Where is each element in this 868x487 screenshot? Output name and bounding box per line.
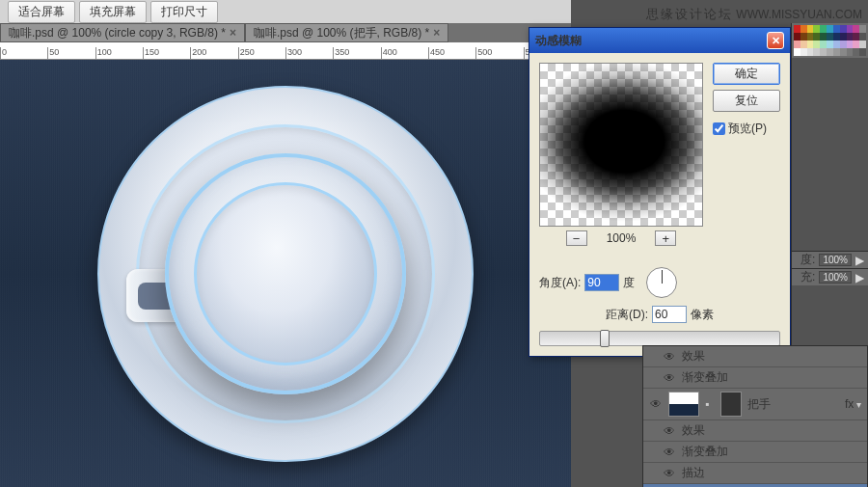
link-icon: ▪: [705, 397, 715, 411]
swatch[interactable]: [820, 25, 827, 33]
zoom-level: 100%: [607, 231, 637, 245]
zoom-in-button[interactable]: +: [655, 230, 676, 246]
tab-label: 咖啡.psd @ 100% (把手, RGB/8) *: [254, 25, 429, 41]
swatch[interactable]: [813, 33, 820, 41]
opacity-row[interactable]: 度: 100% ▶: [792, 251, 868, 268]
swatch[interactable]: [800, 25, 807, 33]
angle-input[interactable]: [584, 274, 619, 291]
swatch[interactable]: [807, 25, 814, 33]
swatch[interactable]: [833, 41, 840, 48]
swatch[interactable]: [833, 25, 840, 33]
swatch[interactable]: [853, 33, 859, 41]
visibility-icon[interactable]: 👁: [649, 397, 663, 411]
fit-screen-button[interactable]: 适合屏幕: [8, 1, 75, 23]
preview-checkbox[interactable]: 预览(P): [713, 121, 780, 137]
preview-checkbox-input[interactable]: [713, 122, 725, 135]
layer-effect-row[interactable]: 👁 效果: [643, 346, 867, 367]
close-icon[interactable]: ×: [230, 26, 236, 40]
motion-blur-dialog: 动感模糊 ✕ − 100% + 确定 复位 预览(P) 角度(A): 度: [529, 27, 791, 357]
swatch[interactable]: [859, 41, 866, 48]
document-tab-2[interactable]: 咖啡.psd @ 100% (把手, RGB/8) * ×: [245, 23, 448, 42]
layer-gradient-overlay-row[interactable]: 👁 渐变叠加: [643, 442, 867, 463]
swatch[interactable]: [800, 48, 807, 56]
swatch[interactable]: [840, 41, 847, 48]
swatch[interactable]: [840, 33, 847, 41]
layer-name[interactable]: 把手: [747, 396, 771, 413]
dialog-titlebar[interactable]: 动感模糊 ✕: [529, 28, 790, 53]
layer-effect-row[interactable]: 👁 效果: [643, 420, 867, 442]
distance-slider[interactable]: [539, 331, 780, 346]
swatch[interactable]: [847, 48, 854, 56]
preview-checkbox-label: 预览(P): [728, 121, 767, 137]
swatch[interactable]: [820, 48, 827, 56]
swatch[interactable]: [859, 33, 866, 41]
swatch[interactable]: [840, 25, 847, 33]
swatch[interactable]: [813, 48, 820, 56]
swatch[interactable]: [794, 33, 800, 41]
fill-screen-button[interactable]: 填充屏幕: [79, 1, 147, 23]
swatch[interactable]: [859, 48, 866, 56]
swatch[interactable]: [794, 41, 800, 48]
layer-gradient-overlay-row[interactable]: 👁 渐变叠加: [643, 367, 867, 389]
layer-stroke-row[interactable]: 👁 描边: [643, 463, 867, 484]
swatch[interactable]: [820, 33, 827, 41]
layers-panel: 👁 效果 👁 渐变叠加 👁 ▪ 把手 fx ▾ 👁 效果 👁 渐变叠加 👁 描边…: [642, 345, 868, 487]
filter-preview[interactable]: [539, 63, 703, 227]
swatch[interactable]: [807, 48, 814, 56]
swatch[interactable]: [853, 48, 859, 56]
swatch[interactable]: [807, 33, 814, 41]
layer-handle[interactable]: 👁 ▪ 把手 fx ▾: [643, 389, 867, 420]
swatches-panel[interactable]: [792, 23, 868, 58]
dialog-title-text: 动感模糊: [535, 33, 582, 49]
visibility-icon[interactable]: 👁: [663, 467, 676, 480]
swatch[interactable]: [827, 25, 833, 33]
visibility-icon[interactable]: 👁: [663, 371, 676, 385]
print-size-button[interactable]: 打印尺寸: [150, 1, 218, 23]
tab-label: 咖啡.psd @ 100% (circle copy 3, RGB/8) *: [9, 25, 226, 41]
close-button[interactable]: ✕: [767, 32, 784, 49]
canvas[interactable]: [0, 60, 571, 487]
swatch[interactable]: [853, 41, 859, 48]
swatch[interactable]: [840, 48, 847, 56]
document-tab-1[interactable]: 咖啡.psd @ 100% (circle copy 3, RGB/8) * ×: [0, 23, 245, 42]
visibility-icon[interactable]: 👁: [663, 446, 676, 459]
angle-dial[interactable]: [646, 267, 677, 298]
distance-input[interactable]: [652, 306, 687, 323]
distance-unit: 像素: [691, 307, 714, 323]
swatch[interactable]: [807, 41, 814, 48]
fx-badge[interactable]: fx ▾: [845, 397, 861, 411]
visibility-icon[interactable]: 👁: [663, 350, 676, 364]
zoom-out-button[interactable]: −: [566, 230, 587, 246]
swatch[interactable]: [853, 25, 859, 33]
watermark: 思缘设计论坛 WWW.MISSYUAN.COM: [646, 6, 862, 23]
swatch[interactable]: [813, 25, 820, 33]
swatch[interactable]: [827, 48, 833, 56]
swatch[interactable]: [847, 33, 854, 41]
swatch[interactable]: [833, 48, 840, 56]
angle-label: 角度(A):: [539, 275, 581, 291]
layer-thumbnail[interactable]: [668, 392, 699, 417]
chevron-right-icon[interactable]: ▶: [855, 254, 864, 267]
swatch[interactable]: [800, 41, 807, 48]
swatch[interactable]: [813, 41, 820, 48]
visibility-icon[interactable]: 👁: [663, 424, 676, 438]
swatch[interactable]: [847, 41, 854, 48]
swatch[interactable]: [859, 25, 866, 33]
swatch[interactable]: [794, 48, 800, 56]
swatch[interactable]: [827, 41, 833, 48]
swatch[interactable]: [794, 25, 800, 33]
swatch[interactable]: [847, 25, 854, 33]
swatch[interactable]: [820, 41, 827, 48]
chevron-right-icon[interactable]: ▶: [855, 271, 864, 284]
distance-label: 距离(D):: [606, 307, 648, 323]
mask-thumbnail[interactable]: [720, 392, 742, 417]
close-icon[interactable]: ×: [433, 26, 440, 40]
cancel-button[interactable]: 复位: [713, 90, 780, 112]
swatch[interactable]: [833, 33, 840, 41]
angle-unit: 度: [623, 275, 635, 291]
fill-row[interactable]: 充: 100% ▶: [792, 268, 868, 285]
swatch[interactable]: [800, 33, 807, 41]
slider-thumb[interactable]: [600, 330, 610, 347]
swatch[interactable]: [827, 33, 833, 41]
ok-button[interactable]: 确定: [713, 63, 780, 85]
